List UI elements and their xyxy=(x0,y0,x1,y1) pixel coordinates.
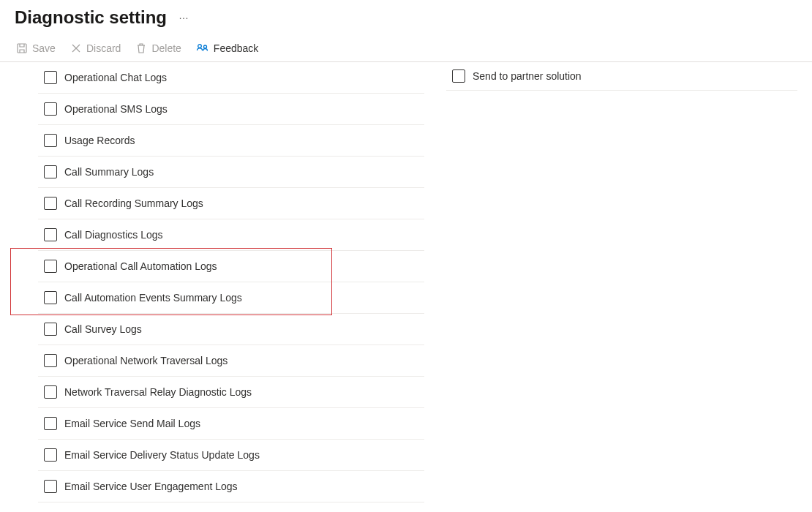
log-row: Operational SMS Logs xyxy=(38,94,424,125)
save-button[interactable]: Save xyxy=(15,41,57,56)
log-checkbox[interactable] xyxy=(44,385,57,399)
discard-button[interactable]: Discard xyxy=(69,41,122,56)
log-checkbox[interactable] xyxy=(44,448,57,462)
log-checkbox[interactable] xyxy=(44,323,57,336)
log-checkbox[interactable] xyxy=(44,197,57,210)
log-label: Call Automation Events Summary Logs xyxy=(64,292,242,304)
log-label: Network Traversal Relay Diagnostic Logs xyxy=(64,386,252,398)
svg-point-1 xyxy=(198,45,202,48)
log-label: Operational SMS Logs xyxy=(64,103,168,115)
destinations-column: Send to partner solution xyxy=(424,62,812,502)
log-row: Call Summary Logs xyxy=(38,157,424,188)
log-label: Call Recording Summary Logs xyxy=(64,197,203,209)
log-checkbox[interactable] xyxy=(44,417,57,430)
delete-label: Delete xyxy=(151,42,181,54)
log-row: Email Service Delivery Status Update Log… xyxy=(38,440,424,471)
logs-list: Operational Chat LogsOperational SMS Log… xyxy=(38,62,424,502)
log-label: Call Survey Logs xyxy=(64,323,142,335)
log-label: Email Service Delivery Status Update Log… xyxy=(64,449,260,461)
log-label: Usage Records xyxy=(64,135,135,146)
destination-checkbox[interactable] xyxy=(452,69,465,83)
log-row: Call Diagnostics Logs xyxy=(38,219,424,251)
save-label: Save xyxy=(32,42,56,54)
log-label: Call Diagnostics Logs xyxy=(64,229,163,241)
log-row: Call Survey Logs xyxy=(38,314,424,345)
log-checkbox[interactable] xyxy=(44,165,57,178)
feedback-label: Feedback xyxy=(214,42,258,54)
toolbar: Save Discard Delete Feedback xyxy=(0,37,812,62)
log-row: Usage Records xyxy=(38,125,424,157)
log-label: Operational Network Traversal Logs xyxy=(64,355,228,366)
svg-point-2 xyxy=(203,45,206,48)
log-checkbox[interactable] xyxy=(44,71,57,84)
destination-label: Send to partner solution xyxy=(473,70,582,82)
log-label: Operational Call Automation Logs xyxy=(64,260,217,272)
log-label: Email Service User Engagement Logs xyxy=(64,481,238,492)
more-actions-icon[interactable]: … xyxy=(178,10,189,21)
log-checkbox[interactable] xyxy=(44,228,57,241)
feedback-button[interactable]: Feedback xyxy=(195,41,260,56)
svg-rect-0 xyxy=(18,44,26,53)
log-checkbox[interactable] xyxy=(44,134,57,147)
log-checkbox[interactable] xyxy=(44,291,57,304)
page-header: Diagnostic setting … xyxy=(0,0,812,37)
log-label: Operational Chat Logs xyxy=(64,72,167,83)
log-row: Operational Chat Logs xyxy=(38,62,424,94)
log-row: Email Service Send Mail Logs xyxy=(38,408,424,440)
log-label: Call Summary Logs xyxy=(64,166,154,178)
delete-button[interactable]: Delete xyxy=(134,41,182,56)
log-row: Email Service User Engagement Logs xyxy=(38,471,424,502)
log-checkbox[interactable] xyxy=(44,354,57,367)
discard-icon xyxy=(70,42,82,54)
log-row: Call Automation Events Summary Logs xyxy=(38,282,424,314)
discard-label: Discard xyxy=(86,42,121,54)
feedback-icon xyxy=(196,42,209,54)
log-label: Email Service Send Mail Logs xyxy=(64,418,200,429)
log-row: Operational Network Traversal Logs xyxy=(38,345,424,377)
log-row: Operational Call Automation Logs xyxy=(38,251,424,282)
log-row: Network Traversal Relay Diagnostic Logs xyxy=(38,377,424,408)
log-row: Call Recording Summary Logs xyxy=(38,188,424,219)
delete-icon xyxy=(135,42,147,54)
log-checkbox[interactable] xyxy=(44,102,57,116)
save-icon xyxy=(16,42,28,54)
page-title: Diagnostic setting xyxy=(15,7,167,28)
content: Operational Chat LogsOperational SMS Log… xyxy=(0,62,812,502)
destinations-list: Send to partner solution xyxy=(446,62,797,91)
logs-column: Operational Chat LogsOperational SMS Log… xyxy=(0,62,424,502)
log-checkbox[interactable] xyxy=(44,260,57,273)
destination-row: Send to partner solution xyxy=(446,62,797,91)
log-checkbox[interactable] xyxy=(44,480,57,493)
